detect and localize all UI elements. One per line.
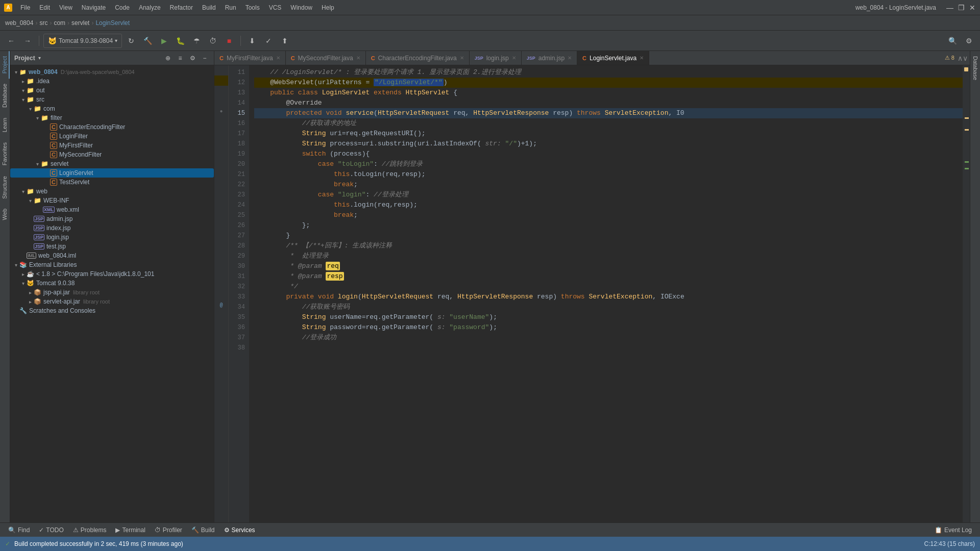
rs-tab-database[interactable]: Database — [971, 51, 980, 85]
panel-close-button[interactable]: − — [200, 53, 210, 63]
sidebar-tab-favorites[interactable]: Favorites — [0, 137, 10, 170]
tree-item-jspapi[interactable]: ▸ 📦 jsp-api.jar library root — [10, 288, 214, 297]
panel-settings-button[interactable]: ⚙ — [187, 53, 198, 63]
tree-item-out[interactable]: ▾ 📁 out — [10, 86, 214, 95]
search-everywhere-button[interactable]: 🔍 — [945, 34, 960, 48]
tree-item-myfirstfilter[interactable]: C MyFirstFilter — [10, 141, 214, 150]
tab-mysecondfilter[interactable]: C MySecondFilter.java ✕ — [286, 51, 366, 65]
git-commit-button[interactable]: ✓ — [261, 34, 276, 48]
tab-close-adminjsp[interactable]: ✕ — [568, 55, 572, 61]
tree-item-testservlet[interactable]: C TestServlet — [10, 178, 214, 187]
sidebar-tab-learn[interactable]: Learn — [0, 113, 10, 137]
breadcrumb-servlet[interactable]: servlet — [71, 19, 89, 27]
menu-build[interactable]: Build — [198, 3, 220, 12]
run-button[interactable]: ▶ — [157, 34, 171, 48]
menu-refactor[interactable]: Refactor — [166, 3, 197, 12]
code-content[interactable]: // /LoginServlet/* : 登录要处理两个请求 1. 显示登录页面… — [249, 65, 963, 522]
tree-item-filter[interactable]: ▾ 📁 filter — [10, 113, 214, 122]
tree-item-webinf[interactable]: ▾ 📁 WEB-INF — [10, 196, 214, 205]
bottom-find[interactable]: 🔍 Find — [4, 525, 34, 535]
sidebar-tab-web[interactable]: Web — [0, 204, 10, 225]
run-config-selector[interactable]: 🐱 Tomcat 9.0.38-0804 ▾ — [43, 34, 122, 48]
tab-loginservlet[interactable]: C LoginServlet.java ✕ — [577, 51, 649, 65]
code-editor[interactable]: ● @ — [214, 65, 970, 522]
tab-close-loginjsp[interactable]: ✕ — [512, 55, 516, 61]
git-push-button[interactable]: ⬆ — [278, 34, 292, 48]
sidebar-tab-database[interactable]: Database — [0, 79, 10, 113]
tree-item-scratches[interactable]: 🔧 Scratches and Consoles — [10, 306, 214, 315]
menu-edit[interactable]: Edit — [35, 3, 54, 12]
tree-item-loginfilter[interactable]: C LoginFilter — [10, 132, 214, 141]
tree-item-loginservlet[interactable]: C LoginServlet — [10, 168, 214, 178]
bottom-problems[interactable]: ⚠ Problems — [69, 525, 111, 535]
breadcrumb-project[interactable]: web_0804 — [5, 19, 33, 27]
tree-item-web0804[interactable]: ▾ 📁 web_0804 D:\java-web-space\web_0804 — [10, 67, 214, 77]
tree-item-tomcat[interactable]: ▾ 🐱 Tomcat 9.0.38 — [10, 279, 214, 288]
tab-chevron-up[interactable]: ∧ — [958, 54, 963, 62]
bottom-terminal[interactable]: ▶ Terminal — [111, 525, 149, 535]
tree-item-webxml[interactable]: XML web.xml — [10, 205, 214, 214]
settings-button[interactable]: ⚙ — [962, 34, 976, 48]
debug-button[interactable]: 🐛 — [173, 34, 187, 48]
tree-item-jdk[interactable]: ▸ ☕ < 1.8 > C:\Program Files\Java\jdk1.8… — [10, 269, 214, 279]
bottom-event-log[interactable]: 📋 Event Log — [930, 525, 976, 535]
tree-item-indexjsp[interactable]: JSP index.jsp — [10, 223, 214, 233]
panel-collapse-button[interactable]: ≡ — [175, 53, 185, 63]
sidebar-tab-structure[interactable]: Structure — [0, 171, 10, 204]
reload-button[interactable]: ↻ — [124, 34, 138, 48]
tree-item-loginjsp[interactable]: JSP login.jsp — [10, 233, 214, 242]
tab-close-myfirstfilter[interactable]: ✕ — [276, 55, 280, 61]
tab-adminjsp[interactable]: JSP admin.jsp ✕ — [522, 51, 577, 65]
tree-item-servletapi[interactable]: ▸ 📦 servlet-api.jar library root — [10, 297, 214, 306]
tab-loginjsp[interactable]: JSP login.jsp ✕ — [470, 51, 522, 65]
coverage-button[interactable]: ☂ — [189, 34, 204, 48]
menu-vcs[interactable]: VCS — [265, 3, 286, 12]
menu-view[interactable]: View — [55, 3, 77, 12]
tree-item-idea[interactable]: ▸ 📁 .idea — [10, 77, 214, 86]
caret-position[interactable]: C:12:43 (15 chars) — [924, 540, 975, 547]
menu-run[interactable]: Run — [221, 3, 240, 12]
tree-item-extlibs[interactable]: ▾ 📚 External Libraries — [10, 260, 214, 269]
menu-file[interactable]: File — [16, 3, 34, 12]
minimize-button[interactable]: — — [946, 4, 953, 11]
menu-window[interactable]: Window — [286, 3, 316, 12]
panel-dropdown[interactable]: ▾ — [38, 55, 41, 61]
stop-button[interactable]: ■ — [222, 34, 236, 48]
breadcrumb-class[interactable]: LoginServlet — [95, 19, 130, 27]
breadcrumb-src[interactable]: src — [39, 19, 47, 27]
tree-item-src[interactable]: ▾ 📁 src — [10, 95, 214, 104]
breadcrumb-com[interactable]: com — [54, 19, 65, 27]
menu-analyze[interactable]: Analyze — [135, 3, 165, 12]
menu-help[interactable]: Help — [317, 3, 338, 12]
tree-item-adminjsp[interactable]: JSP admin.jsp — [10, 214, 214, 223]
bottom-build[interactable]: 🔨 Build — [187, 525, 219, 535]
profile-button[interactable]: ⏱ — [206, 34, 220, 48]
tab-close-loginservlet[interactable]: ✕ — [640, 55, 644, 61]
tree-item-mysecondfilter[interactable]: C MySecondFilter — [10, 150, 214, 159]
build-button[interactable]: 🔨 — [140, 34, 155, 48]
tab-close-mysecondfilter[interactable]: ✕ — [356, 55, 360, 61]
bottom-services[interactable]: ⚙ Services — [220, 525, 259, 535]
tab-chevron-down[interactable]: ∨ — [963, 54, 968, 62]
menu-navigate[interactable]: Navigate — [78, 3, 110, 12]
tab-myfirstfilter[interactable]: C MyFirstFilter.java ✕ — [214, 51, 286, 65]
menu-code[interactable]: Code — [111, 3, 134, 12]
panel-locate-button[interactable]: ⊕ — [163, 53, 173, 63]
bottom-profiler[interactable]: ⏱ Profiler — [151, 525, 186, 535]
sidebar-tab-project[interactable]: Project — [0, 51, 10, 79]
tree-item-charencfilter[interactable]: C CharacterEncodingFilter — [10, 122, 214, 132]
tree-item-web[interactable]: ▾ 📁 web — [10, 187, 214, 196]
git-update-button[interactable]: ⬇ — [245, 34, 259, 48]
maximize-button[interactable]: ❐ — [958, 4, 965, 11]
menu-tools[interactable]: Tools — [241, 3, 264, 12]
tree-item-servlet[interactable]: ▾ 📁 servlet — [10, 159, 214, 168]
toolbar-forward-button[interactable]: → — [20, 34, 35, 48]
tree-item-iml[interactable]: IML web_0804.iml — [10, 251, 214, 260]
tab-charencfilter[interactable]: C CharacterEncodingFilter.java ✕ — [366, 51, 470, 65]
close-button[interactable]: ✕ — [969, 4, 976, 11]
tree-item-testjsp[interactable]: JSP test.jsp — [10, 242, 214, 251]
toolbar-back-button[interactable]: ← — [4, 34, 18, 48]
tab-close-charencfilter[interactable]: ✕ — [460, 55, 464, 61]
tree-item-com[interactable]: ▾ 📁 com — [10, 104, 214, 113]
bottom-todo[interactable]: ✓ TODO — [35, 525, 67, 535]
